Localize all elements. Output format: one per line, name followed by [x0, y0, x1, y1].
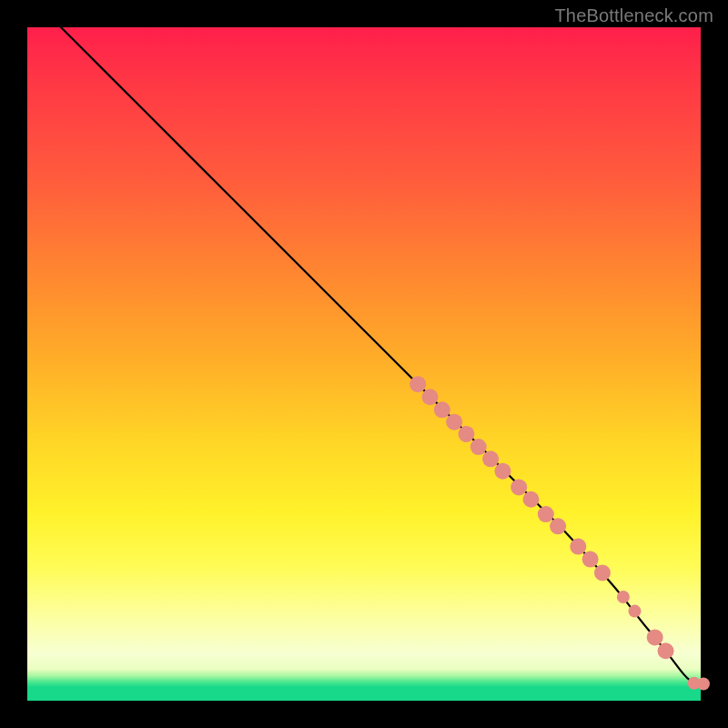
- data-point: [594, 564, 611, 581]
- data-point: [697, 678, 710, 691]
- curve-line: [61, 27, 701, 684]
- data-point: [410, 376, 426, 392]
- data-point: [570, 539, 586, 555]
- chart-svg: [27, 27, 701, 701]
- data-point: [482, 450, 499, 467]
- data-point: [446, 414, 462, 430]
- data-point: [434, 401, 450, 418]
- data-point: [458, 426, 474, 442]
- data-point: [628, 605, 641, 618]
- data-point: [422, 389, 439, 405]
- data-point: [617, 591, 630, 603]
- data-point: [550, 518, 566, 534]
- data-point: [647, 629, 663, 645]
- data-point: [511, 479, 527, 495]
- data-markers: [410, 376, 710, 690]
- data-point: [538, 506, 554, 522]
- data-point: [658, 642, 674, 659]
- data-point: [523, 491, 540, 508]
- chart-container: TheBottleneck.com: [0, 0, 728, 728]
- data-point: [470, 439, 487, 455]
- plot-area: [27, 27, 701, 701]
- data-point: [494, 463, 511, 480]
- data-point: [582, 551, 599, 568]
- watermark-text: TheBottleneck.com: [554, 5, 713, 26]
